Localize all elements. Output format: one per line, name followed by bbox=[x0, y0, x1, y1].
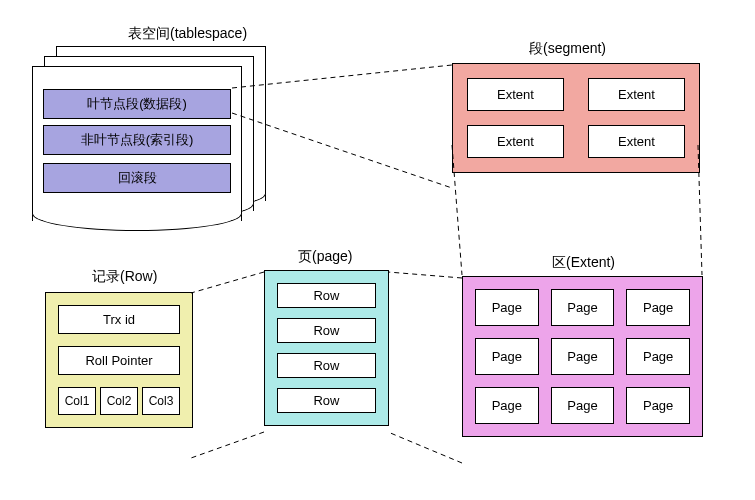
row-col: Col3 bbox=[142, 387, 180, 415]
page-title: 页(page) bbox=[298, 248, 352, 266]
extent-box: Page Page Page Page Page Page Page Page … bbox=[462, 276, 703, 437]
extent-cell: Page bbox=[626, 289, 690, 326]
extent-title: 区(Extent) bbox=[552, 254, 615, 272]
tablespace-seg-nonleaf: 非叶节点段(索引段) bbox=[43, 125, 231, 155]
svg-line-5 bbox=[388, 432, 462, 463]
extent-cell: Page bbox=[626, 387, 690, 424]
page-row: Row bbox=[277, 283, 376, 308]
extent-cell: Page bbox=[551, 289, 615, 326]
segment-cell: Extent bbox=[588, 125, 685, 158]
extent-cell: Page bbox=[551, 387, 615, 424]
row-col: Col2 bbox=[100, 387, 138, 415]
row-title: 记录(Row) bbox=[92, 268, 157, 286]
tablespace-seg-rollback: 回滚段 bbox=[43, 163, 231, 193]
segment-title: 段(segment) bbox=[529, 40, 606, 58]
tablespace-card-1: 叶节点段(数据段) 非叶节点段(索引段) 回滚段 bbox=[32, 66, 242, 221]
extent-cell: Page bbox=[475, 387, 539, 424]
extent-cell: Page bbox=[475, 338, 539, 375]
tablespace-seg-leaf: 叶节点段(数据段) bbox=[43, 89, 231, 119]
extent-cell: Page bbox=[626, 338, 690, 375]
svg-line-7 bbox=[191, 432, 264, 458]
segment-cell: Extent bbox=[467, 78, 564, 111]
row-col: Col1 bbox=[58, 387, 96, 415]
svg-line-4 bbox=[388, 272, 462, 278]
row-roll-pointer: Roll Pointer bbox=[58, 346, 180, 375]
extent-cell: Page bbox=[551, 338, 615, 375]
page-row: Row bbox=[277, 318, 376, 343]
page-row: Row bbox=[277, 388, 376, 413]
segment-cell: Extent bbox=[588, 78, 685, 111]
page-row: Row bbox=[277, 353, 376, 378]
diagram-canvas: 表空间(tablespace) 叶节点段(数据段) 非叶节点段(索引段) 回滚段… bbox=[0, 0, 755, 500]
tablespace-title: 表空间(tablespace) bbox=[128, 25, 247, 43]
row-box: Trx id Roll Pointer Col1 Col2 Col3 bbox=[45, 292, 193, 428]
page-box: Row Row Row Row bbox=[264, 270, 389, 426]
row-cols: Col1 Col2 Col3 bbox=[58, 387, 180, 415]
svg-line-6 bbox=[191, 272, 264, 293]
segment-box: Extent Extent Extent Extent bbox=[452, 63, 700, 173]
row-trx-id: Trx id bbox=[58, 305, 180, 334]
extent-cell: Page bbox=[475, 289, 539, 326]
segment-cell: Extent bbox=[467, 125, 564, 158]
